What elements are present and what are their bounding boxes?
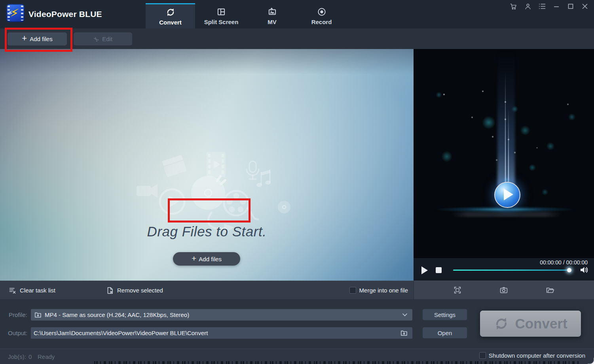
reflection-smudge [451,212,562,217]
tab-convert[interactable]: Convert [146,3,195,28]
output-label: Output: [8,330,27,336]
app-title: VideoPower BLUE [28,9,102,19]
profile-dropdown[interactable]: MP4 - Same as source (H.264; AAC, 128Kbp… [31,309,412,321]
clapperboard-icon [162,155,187,177]
music-note-icon [256,170,271,187]
task-list-toolbar: Clear task list Remove selected Merge in… [0,281,414,300]
camcorder-icon [137,184,158,198]
merge-checkbox[interactable] [349,287,356,294]
output-path-value: C:\Users\Jam\Documents\VideoPower\VideoP… [34,330,208,336]
seek-knob[interactable] [567,268,571,272]
tab-record[interactable]: Record [297,3,346,28]
convert-label: Convert [515,316,567,332]
video-preview [414,49,594,258]
tab-label: Convert [159,19,182,26]
drop-zone[interactable]: Drag Files to Start. + Add files [0,49,414,281]
browse-folder-icon[interactable] [400,330,408,336]
play-orb-icon [494,182,520,208]
plus-icon: + [192,254,196,263]
split-screen-icon [216,7,226,17]
filmstrip-icon [207,152,226,177]
add-files-label: Add files [199,256,222,262]
fullscreen-icon[interactable] [453,286,462,294]
cart-icon[interactable] [510,3,517,10]
clear-list-icon [9,287,17,294]
tab-mv[interactable]: MV [247,3,297,28]
remove-selected-label: Remove selected [117,287,163,294]
settings-label: Settings [434,311,455,318]
disc-icon [191,176,225,210]
jobs-count: 0 [28,353,32,360]
shutdown-checkbox[interactable] [479,352,486,359]
profile-value: MP4 - Same as source (H.264; AAC, 128Kbp… [45,311,189,318]
preview-actions-row [414,281,594,299]
close-icon[interactable] [581,3,588,10]
edit-button[interactable]: ✂ Edit [74,32,132,45]
transport-bar: 00:00:00 / 00:00:00 [414,258,594,281]
videopower-window: ⚡⚡ VideoPower BLUE Convert Sp [0,0,594,364]
header-bar: ⚡⚡ VideoPower BLUE Convert Sp [0,0,594,28]
file-toolbar: + Add files ✂ Edit [0,28,594,49]
tab-label: Record [311,19,332,25]
film-reel-icon [224,191,258,219]
remove-selected-button[interactable]: Remove selected [106,281,163,300]
scissors-icon: ✂ [91,34,101,44]
merge-label: Merge into one file [359,287,408,294]
time-display: 00:00:00 / 00:00:00 [540,259,588,266]
add-files-label: Add files [30,36,53,42]
tab-label: MV [268,19,277,25]
sync-icon [165,7,176,17]
clipped-text-artifact [94,361,579,364]
app-logo-icon: ⚡⚡ [6,4,25,22]
open-folder-icon[interactable] [546,286,555,294]
add-files-button[interactable]: + Add files [8,32,67,45]
sync-icon [493,316,509,332]
output-path-field[interactable]: C:\Users\Jam\Documents\VideoPower\VideoP… [31,327,412,339]
profile-label: Profile: [9,311,27,318]
settings-button[interactable]: Settings [423,309,467,320]
small-disc-icon [278,201,290,213]
status-bar: Job(s): 0 Ready Shutdown computer after … [0,349,594,364]
window-corner [588,358,594,364]
play-button[interactable] [421,266,428,274]
remove-file-icon [106,287,114,294]
snapshot-camera-icon[interactable] [499,286,508,294]
convert-button[interactable]: Convert [480,311,581,337]
maximize-icon[interactable] [567,3,574,10]
open-label: Open [438,330,452,336]
clear-task-list-button[interactable]: Clear task list [9,281,55,300]
tab-split-screen[interactable]: Split Screen [195,3,247,28]
merge-option: Merge into one file [349,281,408,300]
clear-task-list-label: Clear task list [20,287,55,294]
main-tabs: Convert Split Screen [146,0,346,28]
tv-icon [267,7,277,17]
window-controls [510,3,588,10]
edit-label: Edit [102,36,112,42]
jobs-label: Job(s): [8,353,26,360]
add-files-center-button[interactable]: + Add files [173,252,240,266]
seek-bar[interactable] [453,270,570,271]
microphone-icon [247,161,259,179]
record-icon [317,7,327,17]
play-circle-icon [160,189,184,214]
open-button[interactable]: Open [423,327,467,338]
chevron-down-icon [402,313,408,317]
plus-icon: + [22,33,27,43]
profile-folder-icon [34,311,42,318]
dropzone-headline: Drag Files to Start. [0,224,414,240]
shutdown-label: Shutdown computer after conversion [489,352,585,359]
user-icon[interactable] [524,3,531,10]
output-section: Profile: MP4 - Same as source (H.264; AA… [0,299,594,349]
status-text: Ready [38,353,55,360]
light-beam [497,49,515,187]
minimize-icon[interactable] [552,3,560,10]
shutdown-option: Shutdown computer after conversion [479,352,585,359]
tab-label: Split Screen [204,19,239,25]
volume-icon[interactable] [580,266,589,274]
stop-button[interactable] [436,267,442,273]
menu-icon[interactable] [538,3,546,10]
